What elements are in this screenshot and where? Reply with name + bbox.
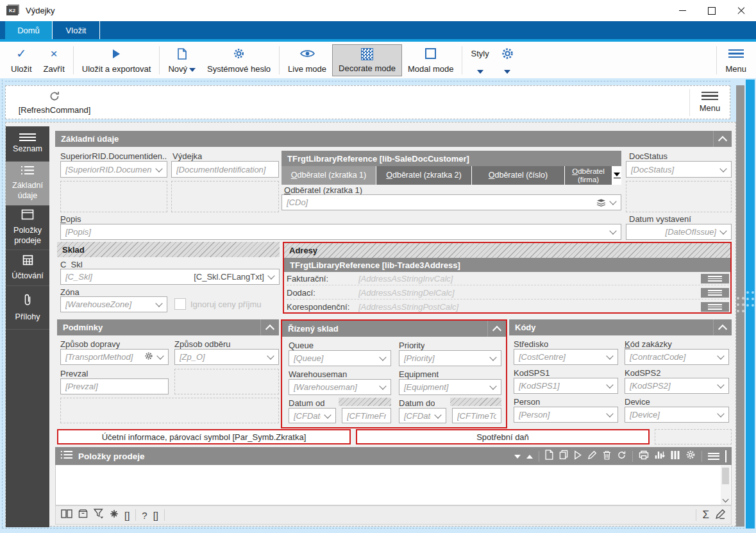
menu-button[interactable]: Menu (719, 44, 752, 76)
tab-odberatel-zkratka2[interactable]: Odběratel (zkratka 2) (376, 166, 472, 185)
edit-pencil-button[interactable] (715, 509, 726, 522)
tab-odberatel-zkratka1[interactable]: Odběratel (zkratka 1) (281, 166, 376, 185)
address-menu-button[interactable] (701, 288, 729, 298)
sidebar-item-zakladni-udaje[interactable]: Základní údaje (6, 162, 49, 206)
asterisk-icon-button[interactable] (110, 509, 119, 521)
dateofissue-combobox[interactable]: [DateOfIssue] (626, 224, 732, 240)
zp-o-combobox[interactable]: [Zp_O] (174, 349, 279, 365)
chevron-up-button[interactable] (526, 450, 533, 462)
toolbar-separator (539, 451, 539, 462)
section-header-podminky: Podmínky (57, 319, 279, 335)
address-menu-button[interactable] (701, 274, 729, 283)
vydejka-input[interactable]: [DocumentIdentification] (171, 161, 279, 178)
excise-tax-button[interactable]: Spotřební daň (356, 429, 650, 444)
tab-vlozit[interactable]: Vložit (53, 21, 100, 39)
transportmethod-combobox[interactable]: [TransportMethod] (60, 349, 169, 365)
prevzal-label: Prevzal (60, 369, 88, 378)
address-menu-button[interactable] (701, 302, 729, 312)
sidebar-item-polozky-prodeje[interactable]: Položky prodeje (6, 206, 49, 250)
empty-cell (60, 181, 167, 212)
save-button[interactable]: ✓ Uložit (5, 44, 38, 76)
play-button[interactable] (574, 450, 582, 462)
delete-button[interactable] (603, 450, 611, 462)
cfdatefrom-combobox[interactable]: [CFDate... (289, 408, 336, 423)
docstatus-combobox[interactable]: [DocStatus] (626, 161, 732, 178)
help-icon-button[interactable]: ? (142, 510, 147, 521)
columns-button[interactable] (671, 450, 680, 462)
c-skl-input[interactable]: [C_Skl] [C_Skl.CFLangTxt] (60, 269, 280, 285)
filter-button[interactable] (94, 509, 104, 521)
settings-dropdown-button[interactable] (495, 44, 520, 76)
cftimeto-input[interactable]: [CFTimeTo] (452, 408, 501, 423)
section-adresy: Adresy TFrgtLibraryReference [lib-Trade3… (283, 242, 732, 314)
copy-item-button[interactable] (559, 450, 568, 462)
toolbar-separator (701, 451, 702, 462)
panel-menu-button[interactable]: Menu (690, 88, 730, 117)
tab-odberatel-cislo[interactable]: Odběratel (číslo) (472, 166, 565, 185)
kodsps1-combobox[interactable]: [KodSPS1] (514, 378, 618, 394)
scroll-down-button[interactable] (721, 495, 730, 504)
equipment-combobox[interactable]: [Equipment] (399, 379, 501, 395)
sum-button[interactable]: Σ (702, 509, 709, 521)
system-password-button[interactable]: Systémové heslo (201, 44, 276, 76)
splitter-handle[interactable] (736, 85, 744, 527)
vertical-scrollbar[interactable] (721, 466, 730, 505)
warehouseman-combobox[interactable]: [Warehouseman] (289, 379, 391, 395)
minimize-button[interactable] (668, 0, 697, 21)
collapse-button[interactable] (713, 131, 732, 147)
prevzal-input[interactable]: [Prevzal] (60, 378, 169, 394)
sidebar-item-seznam[interactable]: Seznam (6, 126, 49, 162)
save-export-button[interactable]: Uložit a exportovat (76, 44, 157, 76)
chevron-down-button[interactable] (514, 450, 521, 462)
collapse-button[interactable] (260, 319, 279, 335)
tab-odberatel-firma[interactable]: Odběratel (firma) (565, 166, 612, 185)
popis-combobox[interactable]: [Popis] (60, 224, 621, 240)
contractcode-combobox[interactable]: [ContractCode] (625, 349, 729, 365)
device-combobox[interactable]: [Device] (625, 407, 729, 423)
brackets-icon-button[interactable]: [] (153, 510, 158, 521)
styles-button[interactable]: Styly (465, 44, 494, 76)
live-mode-button[interactable]: Live mode (282, 44, 332, 76)
collapse-button[interactable] (713, 319, 732, 335)
decorate-mode-button[interactable]: Decorate mode (332, 44, 402, 76)
edit-button[interactable] (587, 450, 597, 462)
panel-menu-button[interactable] (708, 453, 719, 460)
tab-overflow-dropdown[interactable] (612, 166, 621, 185)
new-item-button[interactable] (545, 450, 553, 462)
queue-combobox[interactable]: [Queue] (289, 350, 391, 366)
close-button[interactable] (727, 0, 756, 21)
close-doc-button[interactable]: × Zavřít (38, 44, 71, 76)
print-button[interactable] (639, 450, 649, 462)
calculator-icon (22, 255, 33, 268)
cftimefrom-input[interactable]: [CFTimeFro (342, 408, 391, 423)
book-icon-button[interactable] (61, 509, 72, 521)
superior-combobox[interactable]: [SuperiorRID.Documenti... (60, 161, 167, 178)
warehousezone-combobox[interactable]: [WarehouseZone] (60, 296, 167, 312)
cdo-combobox[interactable]: [CDo] (281, 194, 621, 210)
modal-mode-button[interactable]: Modal mode (402, 44, 460, 76)
sidebar-item-uctovani[interactable]: Účtování (6, 250, 49, 286)
tab-domu[interactable]: Domů (5, 21, 53, 39)
new-button[interactable]: Nový (162, 44, 201, 76)
cfdateto-combobox[interactable]: [CFDate (399, 408, 446, 423)
archive-box-button[interactable] (78, 509, 88, 521)
brackets-icon-button[interactable]: [] (124, 510, 130, 521)
refresh-button[interactable] (617, 450, 626, 462)
items-grid-area[interactable] (55, 465, 732, 505)
costcentre-combobox[interactable]: [CostCentre] (514, 349, 618, 365)
scrollbar-thumb[interactable] (722, 468, 729, 484)
kodsps2-combobox[interactable]: [KodSPS2] (625, 378, 729, 394)
collapse-button[interactable] (487, 321, 506, 337)
maximize-button[interactable] (697, 0, 727, 21)
accounting-info-button[interactable]: Účetní informace, párovací symbol [Par_S… (57, 429, 351, 444)
window-edge-splitter[interactable] (746, 80, 755, 529)
refresh-command-button[interactable]: [RefreshCommand] (10, 88, 99, 117)
ignoruj-ceny-checkbox[interactable]: Ignoruj ceny příjmu (174, 298, 262, 310)
chart-button[interactable] (655, 450, 665, 462)
datum-od-label: Datum od (289, 398, 324, 408)
person-combobox[interactable]: [Person] (514, 407, 618, 423)
sidebar-item-prilohy[interactable]: Přílohy (6, 286, 49, 330)
gear-button[interactable] (685, 450, 696, 462)
collapse-panel-button[interactable] (725, 450, 727, 462)
priority-combobox[interactable]: [Priority] (399, 350, 501, 366)
